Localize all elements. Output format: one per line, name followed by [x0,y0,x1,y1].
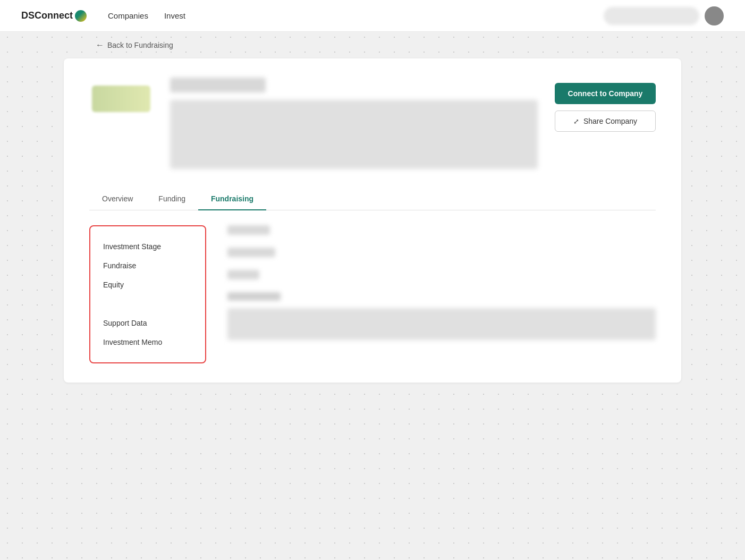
logo-globe-icon [75,10,87,22]
nav-right [604,6,724,26]
field-fundraise: Fundraise [103,256,192,275]
company-actions: Connect to Company ⤢ Share Company [555,78,656,169]
equity-value [227,270,259,279]
share-button-label: Share Company [583,117,637,125]
main-card: Connect to Company ⤢ Share Company Overv… [64,58,681,383]
company-logo [92,86,150,112]
company-logo-area [89,78,153,120]
fundraise-value [227,248,275,257]
investment-memo-section [227,292,656,340]
field-support-data: Support Data [103,313,192,333]
fundraising-fields-panel: Investment Stage Fundraise Equity Suppor… [89,225,206,363]
logo-text: DSConnect [21,10,73,21]
company-name [170,78,266,92]
avatar[interactable] [705,6,724,26]
nav-invest[interactable]: Invest [164,11,185,20]
breadcrumb-label: Back to Fundraising [107,41,173,49]
memo-label [227,292,281,301]
nav-companies[interactable]: Companies [108,11,148,20]
company-header: Connect to Company ⤢ Share Company [89,78,656,169]
fundraising-section: Investment Stage Fundraise Equity Suppor… [89,225,656,363]
field-investment-stage: Investment Stage [103,237,192,256]
back-arrow-icon: ← [96,40,104,50]
connect-to-company-button[interactable]: Connect to Company [555,83,656,104]
investment-stage-value [227,225,270,235]
share-company-button[interactable]: ⤢ Share Company [555,111,656,132]
navbar: DSConnect Companies Invest [0,0,745,32]
field-equity: Equity [103,275,192,294]
tab-fundraising[interactable]: Fundraising [198,188,266,210]
tab-funding[interactable]: Funding [146,188,198,210]
breadcrumb-area: ← Back to Fundraising [0,32,745,58]
logo[interactable]: DSConnect [21,10,87,22]
breadcrumb[interactable]: ← Back to Fundraising [96,40,649,50]
company-info [170,78,538,169]
fundraising-values-panel [227,225,656,363]
field-investment-memo: Investment Memo [103,333,192,352]
company-description [170,100,538,169]
support-data-spacer [103,294,192,313]
memo-description [227,308,656,340]
nav-links: Companies Invest [108,11,604,20]
share-icon: ⤢ [573,117,579,125]
search-bar[interactable] [604,7,699,25]
tab-overview[interactable]: Overview [89,188,146,210]
tabs-bar: Overview Funding Fundraising [89,188,656,210]
